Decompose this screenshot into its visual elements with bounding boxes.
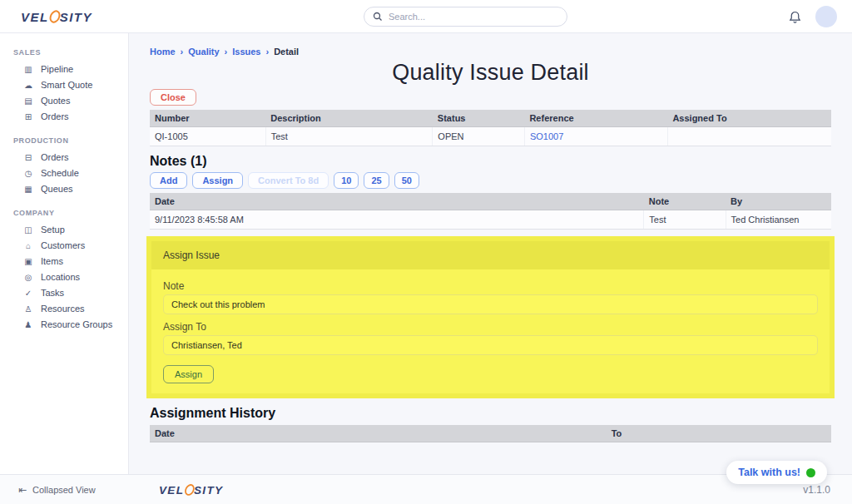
assign-note-button[interactable]: Assign: [192, 172, 243, 189]
customers-icon: ⌂: [23, 241, 33, 250]
sidebar-item-resources[interactable]: ♙ Resources: [0, 301, 128, 317]
notes-table-row: 9/11/2023 8:45:58 AM Test Ted Christians…: [150, 210, 831, 230]
sidebar-item-quotes[interactable]: ▤ Quotes: [0, 93, 128, 109]
assign-issue-highlight: Assign Issue Note Assign To Assign: [146, 236, 835, 398]
assign-to-field[interactable]: [163, 335, 818, 355]
issue-col-description: Description: [265, 110, 433, 127]
notes-col-by: By: [726, 193, 831, 210]
quotes-icon: ▤: [23, 96, 33, 106]
notes-table-header-row: Date Note By: [150, 193, 831, 210]
close-button[interactable]: Close: [150, 89, 196, 106]
page-size-10-button[interactable]: 10: [334, 172, 359, 189]
note-field[interactable]: [163, 294, 818, 314]
breadcrumb-home[interactable]: Home: [150, 47, 176, 57]
tasks-icon: ✓: [23, 289, 33, 298]
footer-brand-logo: VELSITY: [159, 482, 223, 497]
issue-col-status: Status: [433, 110, 525, 127]
main-content: Home › Quality › Issues › Detail Quality…: [129, 33, 852, 474]
note-field-label: Note: [163, 280, 818, 292]
sidebar-item-sales-orders[interactable]: ⊞ Orders: [0, 109, 128, 125]
sidebar-item-smart-quote[interactable]: ☁ Smart Quote: [0, 77, 128, 93]
issue-status-cell: OPEN: [433, 127, 525, 146]
issue-reference-link[interactable]: SO1007: [524, 127, 667, 146]
sidebar-item-label: Quotes: [41, 96, 70, 106]
notes-col-date: Date: [150, 193, 644, 210]
issue-table: Number Description Status Reference Assi…: [150, 110, 831, 146]
sidebar-item-schedule[interactable]: ◷ Schedule: [0, 166, 128, 181]
sidebar-item-tasks[interactable]: ✓ Tasks: [0, 285, 128, 301]
page-size-50-button[interactable]: 50: [394, 172, 419, 189]
chat-label: Talk with us!: [738, 467, 800, 478]
notes-table: Date Note By 9/11/2023 8:45:58 AM Test T…: [150, 193, 831, 230]
pipeline-icon: ▥: [23, 65, 33, 74]
collapsed-view-label: Collapsed View: [32, 485, 96, 495]
brand-logo-text-post: SITY: [60, 10, 92, 24]
sidebar-section-label: PRODUCTION: [0, 136, 128, 150]
issue-table-header-row: Number Description Status Reference Assi…: [150, 110, 831, 127]
sidebar-item-label: Locations: [41, 273, 80, 282]
breadcrumb-quality[interactable]: Quality: [188, 47, 219, 57]
breadcrumb-issues[interactable]: Issues: [232, 47, 260, 57]
sidebar-item-items[interactable]: ▣ Items: [0, 254, 128, 269]
sidebar-item-label: Orders: [41, 153, 69, 162]
sidebar-item-pipeline[interactable]: ▥ Pipeline: [0, 62, 128, 77]
sidebar-item-label: Setup: [41, 225, 65, 235]
assign-issue-panel-body: Note Assign To Assign: [151, 269, 830, 393]
assignment-history-table: Date To: [150, 425, 831, 442]
schedule-clock-icon: ◷: [23, 169, 33, 178]
issue-description-cell: Test: [265, 127, 433, 146]
page-title: Quality Issue Detail: [150, 60, 831, 86]
history-table-header-row: Date To: [150, 425, 831, 442]
chat-online-dot-icon: [806, 468, 815, 477]
breadcrumb-separator: ›: [265, 47, 269, 57]
issue-col-number: Number: [150, 110, 265, 127]
sidebar-item-label: Items: [41, 257, 63, 266]
sidebar-item-production-orders[interactable]: ⊟ Orders: [0, 150, 128, 166]
issue-assigned-to-cell: [667, 127, 831, 146]
sidebar-item-label: Queues: [41, 185, 73, 194]
breadcrumb-separator: ›: [181, 47, 184, 57]
sidebar-item-setup[interactable]: ◫ Setup: [0, 222, 128, 238]
resources-person-icon: ♙: [23, 304, 33, 314]
collapse-arrow-icon: ⇤: [18, 484, 27, 496]
sidebar-item-label: Orders: [41, 112, 69, 121]
convert-to-8d-button[interactable]: Convert To 8d: [248, 172, 329, 189]
add-note-button[interactable]: Add: [150, 172, 187, 189]
sidebar-item-queues[interactable]: ▦ Queues: [0, 181, 128, 197]
app-body: SALES ▥ Pipeline ☁ Smart Quote ▤ Quotes …: [0, 33, 852, 474]
breadcrumb-separator: ›: [225, 47, 228, 57]
top-bar: VELSITY: [0, 0, 852, 33]
locations-pin-icon: ◎: [23, 273, 33, 282]
sidebar-item-label: Resource Groups: [41, 320, 112, 329]
brand-logo[interactable]: VELSITY: [21, 8, 92, 24]
chat-launcher[interactable]: Talk with us!: [726, 461, 827, 484]
issue-col-assigned-to: Assigned To: [667, 110, 831, 127]
sidebar-item-label: Resources: [41, 304, 85, 314]
queues-icon: ▦: [23, 185, 33, 194]
page-size-25-button[interactable]: 25: [364, 172, 389, 189]
sidebar-item-resource-groups[interactable]: ♟ Resource Groups: [0, 317, 128, 333]
smart-quote-icon: ☁: [23, 81, 33, 90]
sidebar: SALES ▥ Pipeline ☁ Smart Quote ▤ Quotes …: [0, 33, 129, 474]
history-col-date: Date: [150, 425, 607, 442]
search-input[interactable]: [389, 12, 558, 22]
orders-icon: ⊞: [23, 112, 33, 121]
setup-icon: ◫: [23, 225, 33, 235]
sidebar-section-label: SALES: [0, 48, 128, 62]
sidebar-item-customers[interactable]: ⌂ Customers: [0, 238, 128, 254]
collapsed-view-toggle[interactable]: ⇤ Collapsed View: [0, 484, 129, 496]
search-icon: [373, 12, 383, 22]
footer: ⇤ Collapsed View VELSITY v1.1.0: [0, 474, 852, 504]
notes-col-note: Note: [644, 193, 726, 210]
sidebar-item-locations[interactable]: ◎ Locations: [0, 269, 128, 285]
breadcrumb: Home › Quality › Issues › Detail: [150, 47, 831, 57]
notifications-bell-icon[interactable]: [788, 10, 802, 24]
sidebar-section-company: COMPANY ◫ Setup ⌂ Customers ▣ Items ◎ Lo…: [0, 209, 128, 333]
assignment-history-heading: Assignment History: [150, 406, 831, 421]
sidebar-item-label: Pipeline: [41, 65, 73, 74]
note-by-cell: Ted Christiansen: [726, 210, 831, 230]
assign-submit-button[interactable]: Assign: [163, 365, 214, 383]
items-icon: ▣: [23, 257, 33, 266]
user-avatar[interactable]: [815, 6, 837, 27]
issue-col-reference: Reference: [524, 110, 667, 127]
